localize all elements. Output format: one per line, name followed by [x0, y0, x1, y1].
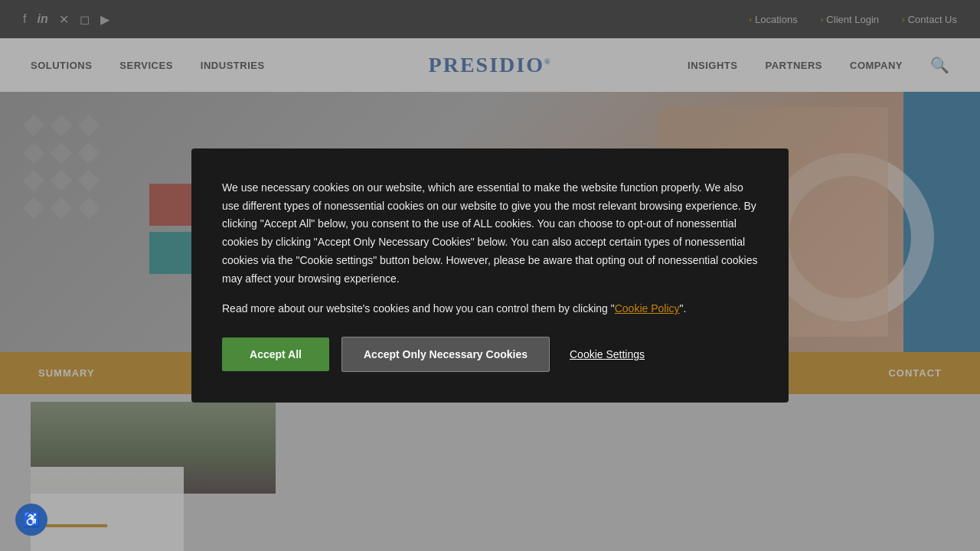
- cookie-body-text: We use necessary cookies on our website,…: [222, 179, 758, 289]
- accept-all-button[interactable]: Accept All: [222, 337, 329, 371]
- cookie-buttons: Accept All Accept Only Necessary Cookies…: [222, 337, 758, 372]
- accessibility-button[interactable]: ♿: [15, 504, 47, 536]
- cookie-settings-button[interactable]: Cookie Settings: [562, 348, 652, 360]
- cookie-overlay: We use necessary cookies on our website,…: [0, 0, 980, 551]
- cookie-policy-link[interactable]: Cookie Policy: [615, 302, 680, 315]
- accessibility-icon: ♿: [23, 511, 40, 528]
- accept-necessary-button[interactable]: Accept Only Necessary Cookies: [341, 337, 550, 372]
- cookie-dialog: We use necessary cookies on our website,…: [191, 148, 789, 403]
- cookie-policy-text: Read more about our website's cookies an…: [222, 300, 758, 318]
